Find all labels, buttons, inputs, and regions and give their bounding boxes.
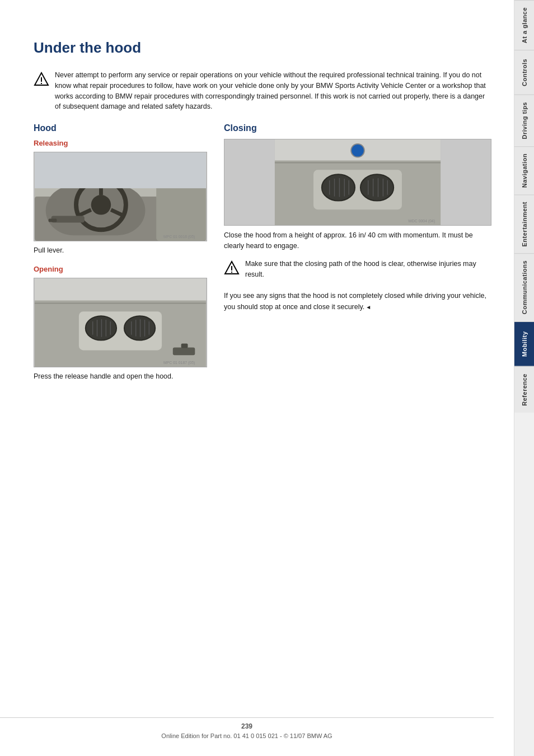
opening-heading: Opening (34, 265, 207, 273)
tab-mobility[interactable]: Mobility (514, 321, 534, 366)
right-tabs: At a glance Controls Driving tips Naviga… (514, 0, 534, 756)
svg-point-7 (91, 195, 111, 215)
closing-warning-icon (224, 260, 240, 276)
releasing-heading: Releasing (34, 139, 207, 147)
svg-rect-12 (49, 219, 57, 222)
svg-point-19 (86, 316, 116, 340)
svg-point-45 (360, 174, 394, 200)
releasing-caption: Pull lever. (34, 246, 207, 256)
tab-navigation[interactable]: Navigation (514, 146, 534, 194)
svg-text:MPC 01 0016 (05): MPC 01 0016 (05) (163, 235, 195, 239)
closing-body1: Close the hood from a height of approx. … (224, 230, 491, 252)
tab-at-a-glance[interactable]: At a glance (514, 0, 534, 50)
svg-point-39 (322, 174, 355, 200)
main-warning-box: Never attempt to perform any service or … (34, 70, 491, 112)
tab-communications[interactable]: Communications (514, 253, 534, 321)
opening-image: MPC 01 0187 (05) (34, 278, 207, 367)
closing-warning-text: Make sure that the closing path of the h… (245, 259, 491, 280)
svg-text:MPC 01 0187 (05): MPC 01 0187 (05) (163, 361, 195, 365)
opening-caption: Press the release handle and open the ho… (34, 372, 207, 382)
tab-controls[interactable]: Controls (514, 50, 534, 95)
tab-entertainment[interactable]: Entertainment (514, 194, 534, 253)
tab-reference[interactable]: Reference (514, 366, 534, 413)
svg-rect-32 (173, 347, 195, 355)
svg-rect-14 (35, 152, 206, 188)
two-column-layout: Hood Releasing (34, 123, 491, 390)
closing-heading: Closing (224, 123, 491, 133)
right-column: Closing (224, 123, 491, 390)
svg-rect-58 (231, 272, 232, 273)
closing-body2: If you see any signs that the hood is no… (224, 291, 491, 312)
tab-driving-tips[interactable]: Driving tips (514, 95, 534, 146)
svg-text:WDC 0004 (04): WDC 0004 (04) (408, 219, 435, 223)
end-mark: ◄ (366, 304, 371, 310)
svg-rect-34 (35, 278, 206, 301)
svg-point-25 (124, 316, 155, 340)
releasing-image: MPC 01 0016 (05) (34, 152, 207, 241)
closing-image: WDC 0004 (04) (224, 139, 491, 226)
svg-rect-57 (231, 266, 232, 270)
closing-warning-box: Make sure that the closing path of the h… (224, 259, 491, 280)
page-footer: 239 Online Edition for Part no. 01 41 0 … (0, 717, 494, 739)
page-number: 239 (0, 722, 494, 730)
page-title: Under the hood (34, 39, 491, 57)
hood-heading: Hood (34, 123, 207, 133)
svg-rect-2 (41, 83, 42, 84)
footer-text: Online Edition for Part no. 01 41 0 015 … (0, 732, 494, 739)
svg-rect-13 (156, 185, 206, 241)
svg-rect-33 (181, 343, 188, 348)
warning-icon (34, 71, 49, 87)
main-warning-text: Never attempt to perform any service or … (55, 70, 491, 112)
left-column: Hood Releasing (34, 123, 207, 390)
page-container: Under the hood Never attempt to perform … (0, 0, 534, 756)
main-content: Under the hood Never attempt to perform … (0, 0, 514, 756)
svg-rect-1 (41, 77, 42, 82)
